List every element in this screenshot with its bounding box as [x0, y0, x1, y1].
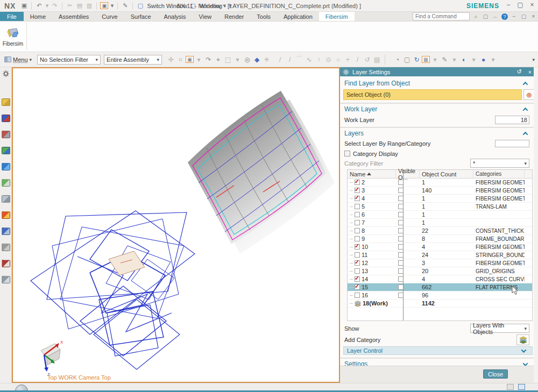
tab-home[interactable]: Home	[24, 12, 52, 21]
clipboard-icon[interactable]: ▤	[372, 56, 381, 63]
table-row[interactable]: ✓104FIBERSIM GEOMETRY	[348, 243, 532, 251]
capture-dropdown-icon[interactable]: ▾	[110, 2, 114, 9]
menu-button[interactable]: Menu ▾	[2, 55, 34, 64]
touch-select-icon[interactable]	[2, 227, 10, 235]
capture-image-icon[interactable]: ▣	[100, 2, 108, 9]
tab-tools[interactable]: Tools	[250, 12, 277, 21]
layer-select-checkbox[interactable]	[355, 220, 360, 225]
toolbar-more-icon[interactable]: ▾	[532, 57, 535, 62]
table-row[interactable]: ✓41FIBERSIM GEOMETRY	[348, 195, 532, 203]
reuse-library-icon[interactable]	[2, 147, 10, 154]
point-select-button[interactable]: ⊕	[523, 89, 535, 100]
layer-select-checkbox[interactable]	[355, 236, 360, 241]
save-icon[interactable]: ▣	[20, 2, 28, 9]
layer-select-checkbox[interactable]	[355, 204, 360, 209]
paste-icon[interactable]: ▥	[85, 2, 93, 9]
rotate-icon[interactable]: ↺	[363, 56, 372, 63]
line-icon[interactable]: /	[275, 56, 285, 63]
select-object-bar[interactable]: Select Object (0)	[343, 89, 522, 100]
range-category-input[interactable]	[495, 140, 529, 147]
selection-filter-dropdown[interactable]: No Selection Filter▾	[37, 55, 101, 65]
layer-select-checkbox[interactable]: ✓	[355, 180, 360, 185]
tab-render[interactable]: Render	[218, 12, 250, 21]
undo-dropdown-icon[interactable]: ▾	[45, 2, 49, 9]
dropdown-arrow-icon[interactable]: ▾	[194, 56, 203, 63]
show-dropdown[interactable]: Layers With Objects▾	[470, 324, 529, 333]
solid-cube-icon[interactable]: ◆	[252, 56, 261, 63]
window-style-icon[interactable]: ▢	[482, 13, 489, 19]
web-browser-icon[interactable]	[2, 163, 10, 170]
selection-scope-dropdown[interactable]: Entire Assembly▾	[104, 55, 162, 65]
tab-assemblies[interactable]: Assemblies	[52, 12, 95, 21]
notes-icon[interactable]	[2, 260, 10, 267]
layer-select-checkbox[interactable]: ✓	[355, 260, 360, 266]
spline-icon[interactable]: ∿	[305, 56, 314, 63]
visualization-icon[interactable]	[2, 211, 10, 219]
select-rectangle-icon[interactable]: ⬚	[223, 56, 232, 63]
switch-window-label[interactable]: Switch Window	[147, 3, 187, 9]
slash-icon[interactable]: /	[353, 56, 362, 63]
window-menu-label[interactable]: Window	[200, 3, 221, 9]
layer-select-checkbox[interactable]: ✓	[355, 244, 360, 250]
table-row[interactable]: ✓3140FIBERSIM GEOMETRY	[348, 187, 532, 195]
window-layout-icon[interactable]: ▦	[422, 56, 430, 63]
tab-fibersim[interactable]: Fibersim	[319, 12, 355, 21]
table-row[interactable]: 61	[348, 211, 532, 219]
close-doc-icon[interactable]: ×	[530, 13, 537, 19]
render-style-icon[interactable]: ●	[479, 56, 488, 63]
plus-icon[interactable]: +	[343, 56, 352, 63]
assembly-constraints-icon[interactable]	[2, 115, 10, 122]
window-icon[interactable]: ▢	[189, 2, 197, 9]
category-filter-dropdown[interactable]: *▾	[470, 159, 529, 168]
reset-icon[interactable]: ↺	[515, 68, 523, 75]
tab-curve[interactable]: Curve	[95, 12, 124, 21]
close-button[interactable]: ×	[528, 1, 536, 9]
tab-analysis[interactable]: Analysis	[158, 12, 193, 21]
process-icon[interactable]	[2, 244, 10, 251]
panel-scroll-gutter[interactable]	[534, 67, 538, 383]
layer-select-checkbox[interactable]	[355, 212, 360, 217]
line2-icon[interactable]: /	[285, 56, 294, 63]
copy-icon[interactable]: ▤	[75, 2, 83, 9]
surface-sheet[interactable]	[188, 91, 326, 244]
fit-view-icon[interactable]: ◔	[393, 56, 402, 63]
history-palette-icon[interactable]	[2, 179, 10, 187]
find-layer-section-header[interactable]: Find Layer from Object	[340, 79, 534, 88]
help-icon[interactable]: ?	[501, 13, 508, 20]
grid-status-icon[interactable]	[507, 384, 514, 390]
panel-header[interactable]: Layer Settings ↺ ×	[340, 67, 534, 76]
table-row[interactable]: 1696	[348, 291, 532, 300]
minimize-doc-icon[interactable]: −	[511, 13, 518, 19]
close-panel-icon[interactable]: ×	[526, 69, 534, 75]
layer-select-checkbox[interactable]	[355, 293, 360, 298]
table-row[interactable]: 1124STRINGER_BOUND...	[348, 251, 532, 259]
tab-surface[interactable]: Surface	[124, 12, 158, 21]
graphics-viewport[interactable]: X Z Top WORK Camera Top	[12, 67, 340, 383]
restore-doc-icon[interactable]: ▢	[520, 13, 527, 19]
arc-icon[interactable]: ⌒	[295, 55, 304, 64]
add-category-button[interactable]	[516, 334, 529, 345]
table-row[interactable]: ✓15662FLAT PATTERNS	[348, 283, 532, 291]
search-icon[interactable]: ⌕	[472, 13, 479, 20]
minimize-button[interactable]: −	[505, 1, 512, 9]
details-list-icon[interactable]	[2, 276, 10, 283]
fibersim-button[interactable]: Fibersim	[1, 23, 25, 51]
datum-icon[interactable]: ⌖	[214, 56, 223, 63]
table-row[interactable]: 18(Work)1142	[348, 300, 532, 308]
category-display-checkbox[interactable]	[344, 151, 350, 156]
refresh-icon[interactable]: ↻	[412, 56, 421, 63]
layer-control-bar[interactable]: Layer Control	[343, 346, 533, 355]
layer-select-checkbox[interactable]: ✓	[355, 188, 360, 193]
layer-select-checkbox[interactable]	[355, 228, 360, 233]
close-dialog-button[interactable]: Close	[483, 369, 508, 379]
brush-icon[interactable]: ✎	[121, 2, 129, 9]
shaded-view-icon[interactable]: ◐	[459, 56, 469, 63]
dropdown-arrow-icon[interactable]: ▾	[450, 56, 459, 63]
table-row[interactable]: 98FRAME_BOUNDARI...	[348, 235, 532, 243]
dropdown-arrow-icon[interactable]: ▾	[469, 56, 478, 63]
circle-point-icon[interactable]: ⊙	[324, 56, 333, 63]
work-layer-section-header[interactable]: Work Layer	[340, 104, 534, 114]
image-capture-icon[interactable]: ▢	[402, 56, 412, 63]
dropdown-arrow-icon[interactable]: ▾	[233, 56, 242, 63]
layer-select-checkbox[interactable]: ✓	[355, 196, 360, 201]
